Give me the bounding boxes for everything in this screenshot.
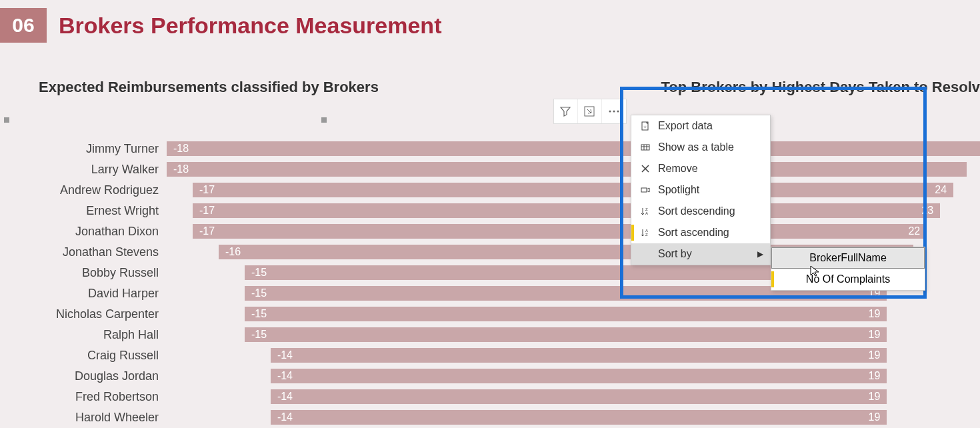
menu-sort-by[interactable]: Sort by ▶	[631, 243, 770, 265]
menu-label: Show as a table	[658, 141, 734, 153]
bar-fill: -17	[193, 224, 635, 239]
table-icon	[638, 143, 653, 152]
bar-row[interactable]: 19	[635, 387, 980, 407]
bar-row[interactable]: Larry Walker-18	[0, 159, 635, 179]
sort-by-submenu: BrokerFullName No Of Complaints	[771, 247, 925, 291]
bar-category-label: Jonathan Dixon	[0, 225, 167, 239]
bar-row[interactable]: Harold Wheeler-14	[0, 407, 635, 427]
menu-label: Sort ascending	[658, 227, 729, 239]
menu-sort-descending[interactable]: ZA Sort descending	[631, 201, 770, 222]
bar-fill: -16	[219, 245, 635, 259]
bar-fill: -15	[245, 286, 635, 301]
spotlight-icon	[638, 185, 653, 195]
export-icon	[638, 121, 653, 131]
submenu-label: No Of Complaints	[806, 273, 890, 285]
sort-desc-icon: ZA	[638, 207, 653, 216]
svg-point-3	[617, 111, 619, 113]
bar-fill: -15	[245, 307, 635, 321]
filter-icon[interactable]	[554, 99, 578, 123]
bar-category-label: Nicholas Carpenter	[0, 307, 167, 321]
chevron-right-icon: ▶	[757, 249, 763, 259]
svg-text:Z: Z	[645, 233, 648, 237]
svg-point-1	[609, 111, 611, 113]
bar-category-label: Larry Walker	[0, 163, 167, 177]
left-chart-title: Expected Reimbursements classified by Br…	[39, 79, 635, 96]
bar-category-label: Harold Wheeler	[0, 411, 167, 425]
bar-category-label: Craig Russell	[0, 349, 167, 363]
bar-category-label: Jonathan Stevens	[0, 245, 167, 259]
bar-row[interactable]: Nicholas Carpenter-15	[0, 304, 635, 324]
svg-point-2	[613, 111, 615, 113]
bar-row[interactable]: Douglas Jordan-14	[0, 366, 635, 386]
menu-label: Spotlight	[658, 184, 699, 196]
bar-row[interactable]: 19	[635, 345, 980, 365]
bar-fill: -18	[167, 162, 635, 177]
svg-rect-5	[641, 145, 649, 150]
bar-fill: -15	[245, 327, 635, 342]
bar-fill: 19	[635, 410, 887, 425]
bar-fill: -17	[193, 203, 635, 218]
menu-spotlight[interactable]: Spotlight	[631, 179, 770, 201]
bar-row[interactable]: Jonathan Dixon-17	[0, 221, 635, 241]
bar-category-label: Ralph Hall	[0, 328, 167, 342]
bar-row[interactable]: 19	[635, 407, 980, 427]
more-options-icon[interactable]	[602, 99, 626, 123]
focus-mode-icon[interactable]	[578, 99, 602, 123]
bar-row[interactable]: Jimmy Turner-18	[0, 139, 635, 159]
menu-label: Export data	[658, 120, 713, 132]
bar-row[interactable]: 19	[635, 304, 980, 324]
bar-fill: -14	[271, 369, 635, 383]
menu-label: Sort descending	[658, 205, 735, 217]
selection-handle[interactable]	[321, 117, 327, 123]
bar-fill: -14	[271, 410, 635, 425]
bar-row[interactable]: Jonathan Stevens-16	[0, 242, 635, 262]
svg-text:A: A	[645, 211, 648, 215]
bar-fill: 19	[635, 327, 887, 342]
bar-fill: 19	[635, 348, 887, 363]
page-title: Brokers Performance Measurement	[59, 13, 441, 39]
bar-fill: -15	[245, 265, 635, 280]
bar-fill: -18	[167, 141, 635, 156]
menu-label: Sort by	[658, 248, 692, 260]
bar-row[interactable]: David Harper-15	[0, 283, 635, 303]
bar-category-label: Ernest Wright	[0, 204, 167, 218]
remove-icon	[638, 165, 653, 173]
bar-category-label: Fred Robertson	[0, 390, 167, 404]
bar-category-label: Andrew Rodriguez	[0, 183, 167, 197]
menu-export-data[interactable]: Export data	[631, 115, 770, 137]
menu-remove[interactable]: Remove	[631, 158, 770, 179]
visual-toolbar	[553, 99, 627, 124]
bar-fill: 19	[635, 389, 887, 404]
bar-fill: 19	[635, 307, 887, 321]
bar-category-label: Bobby Russell	[0, 266, 167, 280]
bar-fill: -17	[193, 183, 635, 197]
bar-fill: 19	[635, 369, 887, 383]
bar-fill: -14	[271, 389, 635, 404]
bar-row[interactable]: Ralph Hall-15	[0, 325, 635, 345]
right-chart-title: Top Brokers by Highest Days Taken to Res…	[661, 79, 980, 96]
bar-fill: -14	[271, 348, 635, 363]
bar-category-label: Jimmy Turner	[0, 142, 167, 156]
bar-row[interactable]: 19	[635, 366, 980, 386]
svg-rect-6	[641, 188, 647, 192]
bar-row[interactable]: Andrew Rodriguez-17	[0, 180, 635, 200]
bar-row[interactable]: Craig Russell-14	[0, 345, 635, 365]
menu-label: Remove	[658, 163, 698, 175]
bar-category-label: Douglas Jordan	[0, 369, 167, 383]
selection-handle[interactable]	[4, 117, 9, 123]
sort-asc-icon: AZ	[638, 228, 653, 237]
page-header: 06 Brokers Performance Measurement	[0, 0, 980, 43]
bar-row[interactable]: Fred Robertson-14	[0, 387, 635, 407]
menu-sort-ascending[interactable]: AZ Sort ascending	[631, 222, 770, 243]
bar-row[interactable]: Bobby Russell-15	[0, 263, 635, 283]
submenu-label: BrokerFullName	[809, 252, 887, 264]
bar-category-label: David Harper	[0, 287, 167, 301]
bar-row[interactable]: 19	[635, 325, 980, 345]
submenu-broker-full-name[interactable]: BrokerFullName	[771, 247, 925, 269]
submenu-no-of-complaints[interactable]: No Of Complaints	[771, 269, 925, 290]
menu-show-as-table[interactable]: Show as a table	[631, 137, 770, 158]
left-bars-area: Jimmy Turner-18Larry Walker-18Andrew Rod…	[0, 139, 635, 428]
bar-row[interactable]: Ernest Wright-17	[0, 201, 635, 221]
left-chart-visual[interactable]: Expected Reimbursements classified by Br…	[0, 79, 635, 428]
page-number-badge: 06	[0, 8, 47, 43]
